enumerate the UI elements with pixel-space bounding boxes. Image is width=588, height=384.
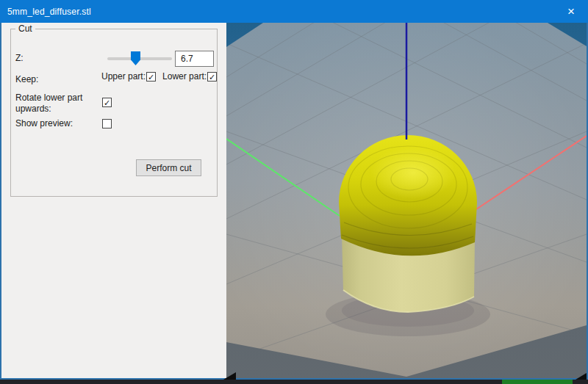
close-icon: × (567, 4, 575, 18)
lower-part-checkmark-icon: ✓ (209, 73, 215, 81)
window-title: 5mm_led_diffuser.stl (0, 7, 91, 17)
z-value-input[interactable] (175, 51, 214, 67)
show-preview-checkbox[interactable] (102, 119, 112, 128)
cut-panel: Cut Z: Keep: Upper part: ✓ Lower part: ✓… (1, 23, 226, 378)
background-strip (0, 380, 588, 384)
rotate-lower-checkbox[interactable]: ✓ (102, 98, 112, 107)
lower-part-checkbox[interactable]: ✓ (207, 72, 217, 81)
upper-part-checkbox[interactable]: ✓ (146, 72, 156, 81)
show-preview-label: Show preview: (15, 118, 73, 128)
z-label: Z: (15, 53, 24, 63)
rotate-lower-label: Rotate lower part upwards: (15, 93, 98, 115)
keep-options-row: Upper part: ✓ Lower part: ✓ (101, 71, 217, 81)
upper-part-checkmark-icon: ✓ (148, 73, 154, 81)
cut-dialog-window: 5mm_led_diffuser.stl × Cut Z: Keep: Uppe… (0, 0, 588, 384)
titlebar[interactable]: 5mm_led_diffuser.stl × (0, 0, 588, 23)
upper-part-label: Upper part: (101, 71, 146, 81)
keep-label: Keep: (15, 74, 38, 84)
close-button[interactable]: × (554, 0, 588, 23)
perform-cut-button[interactable]: Perform cut (136, 159, 201, 176)
lower-part-label: Lower part: (162, 71, 207, 81)
3d-viewport[interactable] (226, 23, 587, 378)
background-strip-green-segment (502, 380, 573, 384)
3d-scene (226, 23, 587, 378)
groupbox-title: Cut (15, 23, 35, 34)
rotate-checkmark-icon: ✓ (104, 98, 110, 107)
